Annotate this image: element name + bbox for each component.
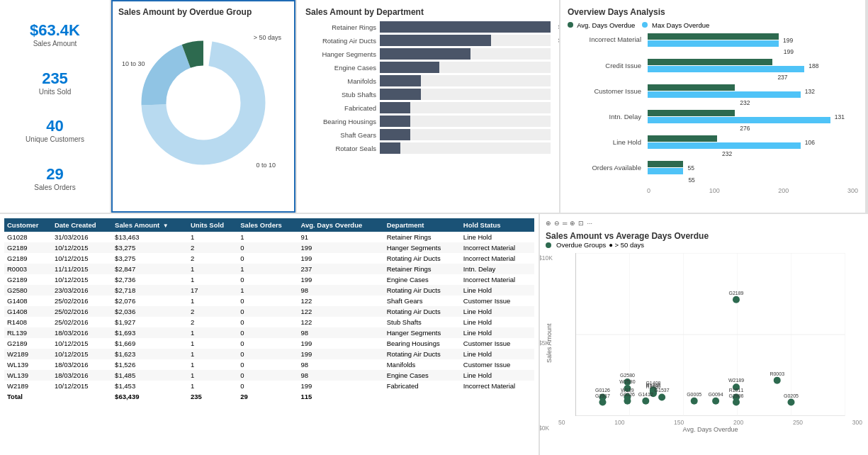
- table-cell: 0: [237, 306, 298, 317]
- scatter-dot-label: G2580: [620, 373, 635, 378]
- table-cell: 199: [298, 242, 383, 253]
- overview-bar-blue: [648, 117, 830, 123]
- overview-axis-200: 200: [778, 187, 789, 194]
- y-tick-5k: $5K: [540, 339, 549, 347]
- table-row[interactable]: G140825/02/2016$2,03620122Rotating Air D…: [4, 306, 534, 317]
- toolbar-more-icon[interactable]: ···: [587, 220, 592, 227]
- table-cell: 25/02/2016: [52, 296, 112, 306]
- th-sales-amount: Sales Amount ▼: [112, 218, 188, 232]
- kpi-unique-customers: 40 Unique Customers: [7, 117, 103, 143]
- table-row[interactable]: G102831/03/2016$13,4631191Retainer Rings…: [4, 232, 534, 242]
- dept-bar-row: Bearing Housings $3K: [305, 116, 551, 127]
- overview-bar-green: [648, 84, 735, 91]
- overview-title: Overview Days Analysis: [568, 7, 858, 17]
- scatter-dot[interactable]: [599, 399, 607, 406]
- dept-bar-label: Manifolds: [305, 77, 380, 85]
- toolbar-download-icon[interactable]: ⊕: [570, 220, 575, 227]
- table-cell: 18/03/2016: [52, 359, 112, 370]
- overview-bar-blue: [648, 142, 801, 149]
- table-row[interactable]: RL13918/03/2016$1,6931098Hanger Segments…: [4, 327, 534, 338]
- table-cell: Rotating Air Ducts: [384, 253, 461, 264]
- table-total-cell: $63,439: [112, 391, 188, 402]
- table-cell: 25/02/2016: [52, 317, 112, 327]
- scatter-dot[interactable]: [733, 296, 740, 303]
- table-cell: 199: [298, 253, 383, 264]
- dept-bar-label: Rotator Seals: [305, 145, 380, 152]
- table-cell: RL139: [4, 327, 52, 338]
- table-header: Customer Date Created Sales Amount ▼ Uni…: [4, 218, 534, 232]
- table-cell: $2,718: [112, 285, 188, 296]
- scatter-dot[interactable]: [774, 377, 781, 384]
- th-customer: Customer: [4, 218, 52, 232]
- dept-bar-fill: [380, 102, 410, 113]
- dept-bar-row: Rotator Seals $2K: [305, 142, 551, 154]
- scatter-dot[interactable]: [733, 399, 740, 406]
- dashboard: $63.4K Sales Amount 235 Units Sold 40 Un…: [0, 0, 868, 455]
- legend-avg-label: Avg. Days Overdue: [577, 21, 635, 29]
- table-cell: Fabricated: [384, 381, 461, 391]
- scatter-dot-label: G0094: [709, 392, 723, 397]
- table-row[interactable]: W218910/12/2015$1,62310199Rotating Air D…: [4, 349, 534, 359]
- table-row[interactable]: G258023/03/2016$2,71817198Rotating Air D…: [4, 285, 534, 296]
- table-cell: Hanger Segments: [384, 242, 461, 253]
- scatter-dot[interactable]: [712, 398, 719, 405]
- legend-max-dot: [642, 22, 648, 28]
- table-cell: G2189: [4, 338, 52, 349]
- table-row[interactable]: WL13918/03/2016$1,4851098Engine CasesLin…: [4, 370, 534, 381]
- table-row[interactable]: W218910/12/2015$1,45310199FabricatedInco…: [4, 381, 534, 391]
- table-cell: Engine Cases: [384, 274, 461, 285]
- table-cell: $1,927: [112, 317, 188, 327]
- table-cell: Line Hold: [461, 285, 534, 296]
- dept-bar-track: $3K: [380, 102, 551, 113]
- th-units-sold: Units Sold: [188, 218, 237, 232]
- dept-bar-track: $9K: [380, 48, 551, 60]
- toolbar-back-icon[interactable]: ⊕: [546, 220, 551, 227]
- kpi-sales-orders: 29 Sales Orders: [7, 165, 103, 191]
- table-cell: G2189: [4, 274, 52, 285]
- scatter-dot[interactable]: [642, 398, 649, 405]
- table-row[interactable]: G140825/02/2016$2,07610122Shaft GearsCus…: [4, 296, 534, 306]
- table-cell: 10/12/2015: [52, 242, 112, 253]
- scatter-dot[interactable]: [658, 393, 665, 400]
- table-cell: $1,669: [112, 338, 188, 349]
- donut-legend-0-10: 0 to 10: [256, 162, 276, 169]
- table-row[interactable]: G218910/12/2015$2,73610199Engine CasesIn…: [4, 274, 534, 285]
- table-row[interactable]: R140825/02/2016$1,92720122Stub ShaftsLin…: [4, 317, 534, 327]
- scatter-dot[interactable]: [624, 398, 631, 405]
- overview-bar-green: [648, 33, 779, 40]
- table-row[interactable]: G218910/12/2015$3,27520199Hanger Segment…: [4, 242, 534, 253]
- scatter-dot[interactable]: [691, 398, 698, 405]
- overview-bar-green: [648, 110, 735, 116]
- table-cell: 1: [188, 370, 237, 381]
- scatter-dot-label: G2986: [728, 393, 743, 398]
- overview-bar-row: Intn. Delay 131 276: [568, 110, 858, 132]
- table-row[interactable]: G218910/12/2015$3,27520199Rotating Air D…: [4, 253, 534, 264]
- overview-bar-label: Line Hold: [568, 138, 646, 146]
- table-card: Customer Date Created Sales Amount ▼ Uni…: [0, 214, 539, 455]
- table-cell: 2: [188, 306, 237, 317]
- table-cell: Incorrect Material: [461, 253, 534, 264]
- overview-bar-label: Customer Issue: [568, 87, 646, 95]
- overview-bar-green: [648, 59, 772, 65]
- overview-bar-label: Intn. Delay: [568, 113, 646, 120]
- dept-bar-track: $6K: [380, 62, 551, 73]
- x-tick-100: 100: [614, 419, 624, 426]
- table-cell: $2,847: [112, 264, 188, 274]
- toolbar-fwd-icon[interactable]: ⊖: [554, 220, 560, 227]
- scatter-dot-label: R1011: [729, 388, 744, 393]
- overview-bar-green: [648, 161, 683, 167]
- bottom-row: Customer Date Created Sales Amount ▼ Uni…: [0, 214, 868, 455]
- overview-bar-num-green: 55: [688, 164, 694, 172]
- scatter-plot-wrapper: Sales Amount $10K $5K $0K: [546, 253, 862, 433]
- table-cell: 122: [298, 296, 383, 306]
- table-row[interactable]: R000311/11/2015$2,84711237Retainer Rings…: [4, 264, 534, 274]
- table-cell: $1,693: [112, 327, 188, 338]
- sort-arrow-icon: ▼: [163, 223, 169, 229]
- donut-title: Sales Amount by Overdue Group: [118, 7, 288, 17]
- table-cell: 199: [298, 349, 383, 359]
- scatter-dot[interactable]: [788, 399, 795, 406]
- table-row[interactable]: G218910/12/2015$1,66910199Bearing Housin…: [4, 338, 534, 349]
- table-row[interactable]: WL13918/03/2016$1,5261098ManifoldsCustom…: [4, 359, 534, 370]
- toolbar-expand-icon[interactable]: ⊡: [578, 220, 584, 227]
- overview-axis-300: 300: [847, 187, 858, 194]
